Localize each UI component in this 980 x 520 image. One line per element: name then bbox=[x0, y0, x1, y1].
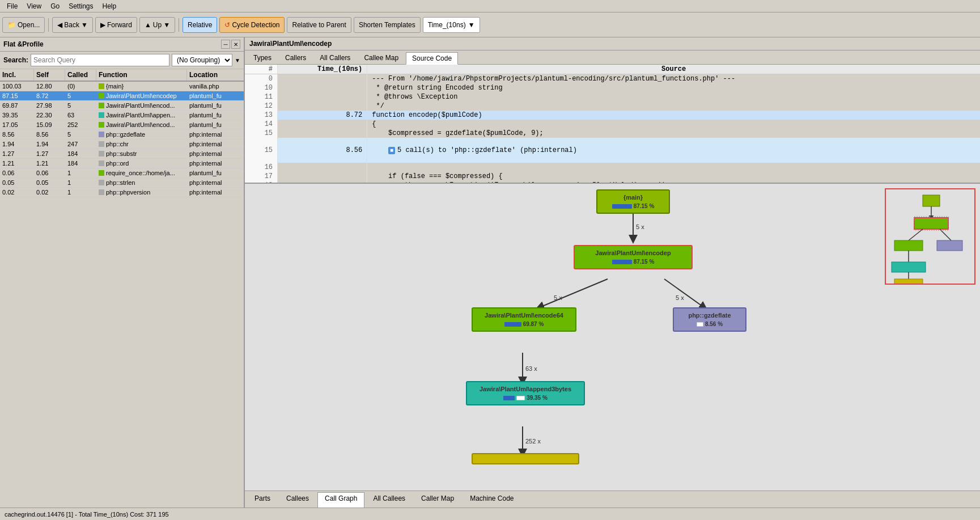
svg-line-13 bbox=[909, 229, 923, 240]
source-col-line: # bbox=[245, 65, 278, 74]
grouping-select[interactable]: (No Grouping) bbox=[172, 54, 232, 66]
col-function[interactable]: Function bbox=[96, 69, 187, 81]
tab-callee-map[interactable]: Callee Map bbox=[358, 52, 405, 64]
table-row[interactable]: 1.21 1.21 184 php::ord php:internal bbox=[0, 159, 244, 168]
graph-bar-blue-append3bytes bbox=[503, 396, 515, 400]
graph-canvas[interactable]: 5 x 5 x 5 x 63 x 252 x bbox=[245, 184, 980, 491]
table-row[interactable]: 0.06 0.06 1 require_once::/home/ja... pl… bbox=[0, 168, 244, 178]
grouping-dropdown-icon[interactable]: ▼ bbox=[235, 57, 240, 64]
graph-section[interactable]: 5 x 5 x 5 x 63 x 252 x bbox=[245, 184, 980, 491]
graph-node-encode64-label: Jawira\PlantUml\encode64 bbox=[478, 312, 570, 319]
shorten-templates-button[interactable]: Shorten Templates bbox=[354, 17, 421, 33]
table-row[interactable]: 17.05 15.09 252 Jawira\PlantUml\encod...… bbox=[0, 120, 244, 130]
menu-file[interactable]: File bbox=[2, 1, 22, 11]
bottom-tab-all-callees[interactable]: All Callees bbox=[366, 492, 413, 508]
col-called[interactable]: Called bbox=[65, 69, 96, 81]
cell-location: plantuml_fu bbox=[187, 168, 244, 177]
table-row[interactable]: 69.87 27.98 5 Jawira\PlantUml\encod... p… bbox=[0, 101, 244, 111]
source-table: # Time_(10ns) Source 0 --- From '/home/j… bbox=[245, 65, 980, 184]
source-line: 16 bbox=[245, 163, 980, 172]
table-row[interactable]: 39.35 22.30 63 Jawira\PlantUml\appen... … bbox=[0, 111, 244, 120]
cell-self: 8.56 bbox=[34, 130, 65, 139]
tab-callers[interactable]: Callers bbox=[279, 52, 312, 64]
svg-line-4 bbox=[664, 279, 704, 307]
line-time bbox=[278, 129, 367, 138]
cell-incl: 1.27 bbox=[0, 149, 34, 158]
minimize-icon[interactable]: ─ bbox=[221, 40, 230, 49]
col-self[interactable]: Self bbox=[34, 69, 65, 81]
menu-view[interactable]: View bbox=[22, 1, 46, 11]
table-row[interactable]: 100.03 12.80 (0) {main} vanilla.php bbox=[0, 82, 244, 91]
tab-source-code[interactable]: Source Code bbox=[406, 52, 458, 65]
back-dropdown-icon: ▼ bbox=[81, 21, 88, 29]
line-number: 17 bbox=[245, 172, 278, 181]
source-line: 15 $compressed = gzdeflate($pumlCode, 9)… bbox=[245, 129, 980, 138]
source-line: 17 if (false === $compressed) { bbox=[245, 172, 980, 181]
function-color-box bbox=[99, 83, 104, 89]
call-line-number: 15 bbox=[245, 138, 278, 163]
bottom-tab-machine-code[interactable]: Machine Code bbox=[463, 492, 521, 508]
back-button[interactable]: ◀ Back ▼ bbox=[52, 17, 93, 33]
relative-to-parent-button[interactable]: Relative to Parent bbox=[287, 17, 351, 33]
bottom-tab-callees[interactable]: Callees bbox=[279, 492, 316, 508]
line-source: */ bbox=[367, 102, 980, 111]
function-color-box bbox=[99, 151, 104, 157]
col-incl[interactable]: Incl. bbox=[0, 69, 34, 81]
svg-line-2 bbox=[540, 279, 608, 307]
graph-node-main-label: {main} bbox=[603, 194, 663, 201]
cell-function: php::phpversion bbox=[96, 188, 187, 197]
cell-self: 0.02 bbox=[34, 188, 65, 197]
table-row[interactable]: 87.15 8.72 5 Jawira\PlantUml\encodep pla… bbox=[0, 91, 244, 101]
menu-settings[interactable]: Settings bbox=[64, 1, 97, 11]
cell-called: (0) bbox=[65, 82, 96, 91]
graph-node-encodep[interactable]: Jawira\PlantUml\encodep 87.15 % bbox=[574, 245, 693, 269]
table-header: Incl. Self Called Function Location bbox=[0, 69, 244, 82]
graph-node-append3bytes[interactable]: Jawira\PlantUml\append3bytes 39.35 % bbox=[466, 381, 585, 405]
toolbar: 📁 Open... ◀ Back ▼ ▶ Forward ▲ Up ▼ Rela… bbox=[0, 12, 980, 37]
bottom-tab-parts[interactable]: Parts bbox=[247, 492, 278, 508]
source-col-time: Time_(10ns) bbox=[278, 65, 367, 74]
table-row[interactable]: 0.05 0.05 1 php::strlen php:internal bbox=[0, 178, 244, 188]
line-number: 15 bbox=[245, 129, 278, 138]
search-input[interactable] bbox=[31, 54, 169, 66]
close-icon[interactable]: ✕ bbox=[231, 40, 240, 49]
graph-node-yellow[interactable] bbox=[472, 453, 579, 464]
bottom-tab-call-graph[interactable]: Call Graph bbox=[317, 492, 364, 508]
cycle-detection-button[interactable]: ↺ Cycle Detection bbox=[219, 17, 285, 33]
tab-all-callers[interactable]: All Callers bbox=[313, 52, 357, 64]
source-line: 12 */ bbox=[245, 102, 980, 111]
graph-node-main[interactable]: {main} 87.15 % bbox=[596, 189, 670, 214]
table-row[interactable]: 1.27 1.27 184 php::substr php:internal bbox=[0, 149, 244, 159]
main-layout: Flat &Profile ─ ✕ Search: (No Grouping) … bbox=[0, 37, 980, 508]
cycle-icon: ↺ bbox=[224, 21, 230, 29]
function-color-box bbox=[99, 170, 104, 176]
source-body: 0 --- From '/home/jawira/PhpstormProject… bbox=[245, 74, 980, 184]
graph-node-encode64[interactable]: Jawira\PlantUml\encode64 69.87 % bbox=[472, 307, 576, 332]
line-source: --- From '/home/jawira/PhpstormProjects/… bbox=[367, 74, 980, 84]
graph-node-gzdeflate[interactable]: php::gzdeflate 8.56 % bbox=[673, 307, 746, 332]
menu-go[interactable]: Go bbox=[46, 1, 64, 11]
dropdown-arrow-icon: ▼ bbox=[468, 21, 475, 29]
source-line: 14 { bbox=[245, 120, 980, 129]
forward-button[interactable]: ▶ Forward bbox=[95, 17, 137, 33]
open-button[interactable]: 📁 Open... bbox=[2, 17, 45, 33]
graph-node-gzdeflate-bar: 8.56 % bbox=[680, 321, 740, 327]
up-button[interactable]: ▲ Up ▼ bbox=[139, 17, 175, 33]
time-dropdown[interactable]: Time_(10ns) ▼ bbox=[423, 17, 480, 33]
table-row[interactable]: 8.56 8.56 5 php::gzdeflate php:internal bbox=[0, 130, 244, 139]
tab-types[interactable]: Types bbox=[247, 52, 278, 64]
svg-rect-20 bbox=[894, 279, 923, 285]
cell-function: Jawira\PlantUml\encod... bbox=[96, 101, 187, 110]
bottom-tab-caller-map[interactable]: Caller Map bbox=[414, 492, 461, 508]
col-location[interactable]: Location bbox=[187, 69, 244, 81]
relative-button[interactable]: Relative bbox=[183, 17, 217, 33]
table-row[interactable]: 0.02 0.02 1 php::phpversion php:internal bbox=[0, 188, 244, 197]
up-dropdown-icon: ▼ bbox=[163, 21, 170, 29]
menu-help[interactable]: Help bbox=[98, 1, 121, 11]
cell-location: php:internal bbox=[187, 130, 244, 139]
line-source: $compressed = gzdeflate($pumlCode, 9); bbox=[367, 129, 980, 138]
function-color-box bbox=[99, 189, 104, 195]
table-row[interactable]: 1.94 1.94 247 php::chr php:internal bbox=[0, 139, 244, 149]
cell-self: 22.30 bbox=[34, 111, 65, 120]
svg-text:5 x: 5 x bbox=[636, 223, 644, 230]
